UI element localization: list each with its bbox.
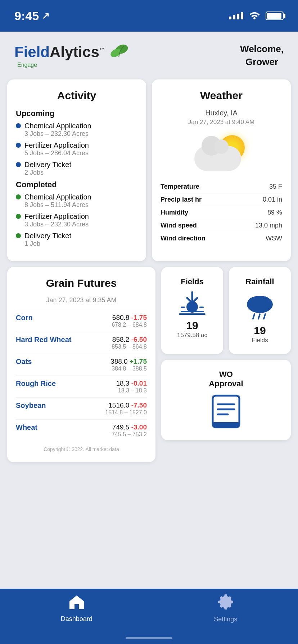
grain-range: 853.5 – 864.8: [112, 344, 147, 350]
weather-value: 35 F: [269, 183, 282, 190]
home-indicator: [0, 632, 298, 644]
home-bar: [126, 637, 172, 639]
leaf-icon: [108, 43, 130, 62]
copyright-text: Copyright © 2022. All market data: [16, 446, 147, 452]
svg-line-11: [258, 314, 260, 319]
navigation-icon: ↗: [42, 10, 50, 22]
fields-count: 19: [170, 319, 215, 332]
list-item[interactable]: Delivery Ticket 1 Job: [16, 232, 137, 248]
grain-futures-card: Grain Futures Jan 27, 2023 at 9:35 AM Co…: [7, 267, 155, 462]
right-cards: Fields 19 1579.: [161, 267, 291, 462]
list-item[interactable]: Soybean 1516.0 -7.50 1514.8 – 1527.0: [16, 397, 147, 419]
wo-document-icon: [210, 394, 242, 430]
logo-engage: Engage: [17, 62, 37, 68]
rainfall-title: Rainfall: [238, 277, 282, 286]
wifi-icon: [248, 10, 261, 22]
main-content: Activity Upcoming Chemical Application 3…: [0, 76, 298, 589]
list-item[interactable]: Chemical Application 8 Jobs – 511.94 Acr…: [16, 193, 137, 209]
activity-item-name: Fertilizer Application: [24, 141, 89, 150]
logo-field: Field: [14, 43, 50, 60]
weather-location: Huxley, IA: [161, 109, 282, 117]
grain-range: 1514.8 – 1527.0: [105, 409, 147, 416]
weather-label: Precip last hr: [161, 196, 202, 203]
activity-item-sub: 3 Jobs – 232.30 Acres: [24, 130, 137, 138]
grain-name: Oats: [16, 358, 110, 366]
fields-acres: 1579.58 ac: [170, 332, 215, 339]
grain-range: 745.5 – 753.2: [112, 431, 147, 438]
activity-item-name: Chemical Application: [24, 122, 91, 130]
weather-label: Wind direction: [161, 235, 206, 242]
list-item[interactable]: Fertilizer Application 3 Jobs – 232.30 A…: [16, 212, 137, 228]
rain-cloud-icon: [238, 291, 282, 321]
list-item[interactable]: Chemical Application 3 Jobs – 232.30 Acr…: [16, 122, 137, 138]
fields-rainfall-row: Fields 19 1579.: [161, 267, 291, 354]
activity-name: Fertilizer Application: [16, 212, 137, 221]
activity-item-name: Delivery Ticket: [24, 232, 71, 240]
nav-settings[interactable]: Settings: [214, 594, 237, 623]
logo-tm: ™: [99, 47, 105, 53]
logo-alytics: Alytics: [50, 43, 99, 60]
activity-name: Chemical Application: [16, 122, 137, 130]
battery-icon: [266, 12, 284, 20]
svg-point-9: [259, 296, 270, 308]
fields-title: Fields: [170, 277, 215, 286]
dot-icon: [16, 194, 21, 199]
list-item[interactable]: Rough Rice 18.3 -0.01 18.3 – 18.3: [16, 376, 147, 397]
list-item[interactable]: Wheat 749.5 -3.00 745.5 – 753.2: [16, 419, 147, 441]
wo-title: WO Approval: [170, 370, 282, 388]
grain-name: Wheat: [16, 423, 112, 432]
bottom-navigation: Dashboard Settings: [0, 589, 298, 632]
weather-value: WSW: [266, 235, 282, 242]
svg-point-8: [247, 297, 260, 310]
activity-item-sub: 1 Job: [24, 240, 137, 248]
wo-approval-card[interactable]: WO Approval: [161, 360, 291, 440]
activity-card: Activity Upcoming Chemical Application 3…: [7, 79, 146, 261]
dot-icon: [16, 233, 21, 238]
dot-icon: [16, 143, 21, 148]
list-item[interactable]: Fertilizer Application 5 Jobs – 286.04 A…: [16, 141, 137, 157]
nav-dashboard[interactable]: Dashboard: [61, 594, 92, 623]
welcome-line2: Grower: [240, 55, 284, 68]
weather-date: Jan 27, 2023 at 9:40 AM: [161, 119, 282, 126]
activity-item-sub: 2 Jobs: [24, 169, 137, 176]
weather-value: 0.01 in: [263, 196, 282, 203]
activity-name: Delivery Ticket: [16, 232, 137, 240]
grain-price: 858.2 -6.50: [112, 336, 147, 344]
nav-settings-label: Settings: [214, 616, 237, 623]
rainfall-card[interactable]: Rainfall 19 Fields: [229, 267, 291, 354]
upcoming-label: Upcoming: [16, 109, 137, 118]
weather-row: Temperature 35 F: [161, 180, 282, 193]
grain-range: 678.2 – 684.8: [112, 322, 147, 328]
list-item[interactable]: Delivery Ticket 2 Jobs: [16, 161, 137, 176]
status-icons: [229, 10, 284, 22]
grain-values: 680.8 -1.75 678.2 – 684.8: [112, 314, 147, 328]
activity-item-sub: 5 Jobs – 286.04 Acres: [24, 150, 137, 157]
field-icon: [178, 291, 207, 316]
list-item[interactable]: Hard Red Wheat 858.2 -6.50 853.5 – 864.8: [16, 332, 147, 354]
grain-name: Corn: [16, 314, 112, 322]
grain-values: 18.3 -0.01 18.3 – 18.3: [116, 380, 147, 394]
grain-values: 1516.0 -7.50 1514.8 – 1527.0: [105, 401, 147, 416]
grain-values: 858.2 -6.50 853.5 – 864.8: [112, 336, 147, 350]
grain-futures-subtitle: Jan 27, 2023 at 9:35 AM: [16, 296, 147, 304]
grain-price: 388.0 +1.75: [110, 358, 147, 365]
grain-range: 384.8 – 388.5: [110, 365, 147, 372]
fields-card[interactable]: Fields 19 1579.: [161, 267, 223, 354]
weather-value: 89 %: [267, 209, 282, 216]
grain-values: 749.5 -3.00 745.5 – 753.2: [112, 423, 147, 438]
activity-item-sub: 3 Jobs – 232.30 Acres: [24, 221, 137, 228]
welcome-line1: Welcome,: [240, 42, 284, 55]
cloud-sun-icon: [194, 135, 248, 171]
svg-rect-17: [213, 422, 239, 427]
list-item[interactable]: Corn 680.8 -1.75 678.2 – 684.8: [16, 310, 147, 332]
gear-icon: [217, 594, 234, 613]
rainfall-label: Fields: [238, 337, 282, 344]
grain-name: Rough Rice: [16, 380, 116, 388]
nav-dashboard-label: Dashboard: [61, 615, 92, 623]
weather-table: Temperature 35 F Precip last hr 0.01 in …: [161, 180, 282, 245]
activity-item-name: Fertilizer Application: [24, 212, 89, 221]
activity-item-name: Delivery Ticket: [24, 161, 71, 169]
list-item[interactable]: Oats 388.0 +1.75 384.8 – 388.5: [16, 354, 147, 376]
weather-label: Temperature: [161, 183, 199, 190]
weather-icon-area: [161, 132, 282, 175]
